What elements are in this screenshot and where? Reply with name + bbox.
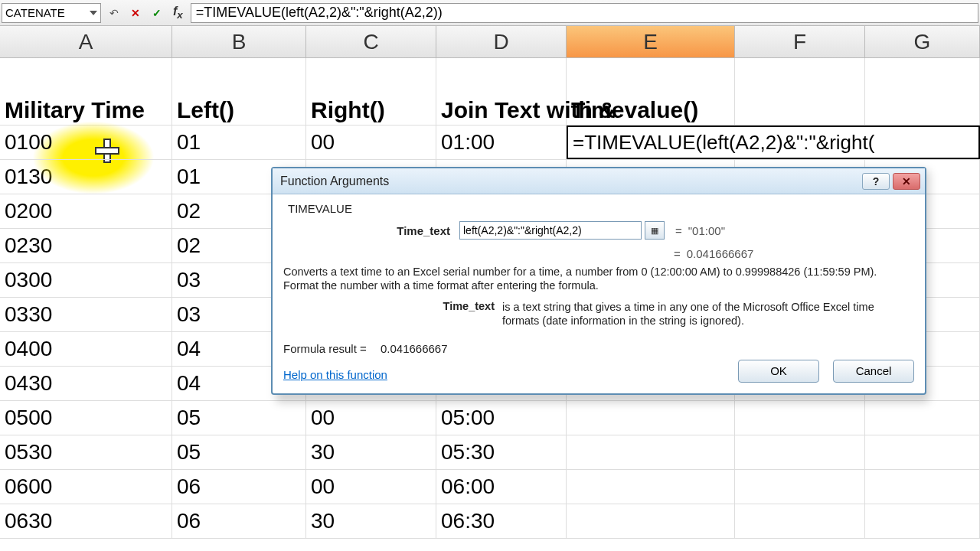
formula-bar-buttons: ↶ ✕ ✓ fx [101, 5, 191, 21]
cell[interactable]: 05 [172, 401, 306, 435]
cell[interactable] [735, 470, 865, 504]
dialog-body: TIMEVALUE Time_text ▦ = "01:00" = 0.0416… [273, 194, 925, 393]
col-header-G[interactable]: G [865, 26, 980, 57]
formula-result-value: 0.041666667 [381, 342, 448, 355]
cell[interactable] [865, 470, 980, 504]
cell[interactable]: 05 [172, 435, 306, 469]
col-header-B[interactable]: B [172, 26, 306, 57]
cell[interactable]: 0300 [0, 263, 172, 297]
col-header-C[interactable]: C [306, 26, 436, 57]
cell[interactable] [735, 435, 865, 469]
argument-row: Time_text ▦ = "01:00" [283, 221, 914, 240]
cell[interactable]: 06 [172, 470, 306, 504]
formula-input[interactable]: =TIMEVALUE(left(A2,2)&":"&right(A2,2)) [191, 3, 978, 23]
cell[interactable]: 0330 [0, 298, 172, 331]
dialog-help-button[interactable]: ? [862, 173, 890, 190]
header-D: Join Text with & [436, 58, 567, 125]
result-eval-row: = 0.041666667 [674, 247, 914, 260]
header-row: Military Time Left() Right() Join Text w… [0, 58, 980, 126]
cell[interactable] [865, 401, 980, 435]
table-row: 0100 01 00 01:00 =TIMEVALUE(left(A2,2)&"… [0, 126, 980, 160]
header-F [735, 58, 865, 125]
parameter-text: is a text string that gives a time in an… [502, 300, 914, 328]
col-header-E[interactable]: E [567, 26, 735, 57]
cell[interactable] [735, 504, 865, 538]
help-link[interactable]: Help on this function [283, 368, 387, 381]
equals-sign: = [675, 224, 682, 237]
cell[interactable] [567, 470, 735, 504]
table-row: 0600 06 00 06:00 [0, 470, 980, 504]
cell[interactable]: 06:30 [436, 504, 567, 538]
cell[interactable]: 0130 [0, 160, 172, 194]
cell[interactable] [735, 401, 865, 435]
cell[interactable] [567, 435, 735, 469]
argument-label: Time_text [283, 224, 459, 237]
cell[interactable]: 0230 [0, 229, 172, 262]
equals-sign: = [674, 247, 681, 260]
cell[interactable]: 00 [306, 470, 436, 504]
function-arguments-dialog: Function Arguments ? ✕ TIMEVALUE Time_te… [271, 167, 926, 395]
table-row: 0530 05 30 05:30 [0, 435, 980, 470]
formula-result-row: Formula result = 0.041666667 [283, 342, 914, 355]
cell[interactable]: 0600 [0, 470, 172, 504]
formula-input-text: =TIMEVALUE(left(A2,2)&":"&right(A2,2)) [196, 5, 443, 21]
col-header-A[interactable]: A [0, 26, 172, 57]
col-header-F[interactable]: F [735, 26, 865, 57]
argument-eval-value: "01:00" [688, 224, 725, 237]
cell[interactable]: 05:30 [436, 435, 567, 469]
cell[interactable]: 0200 [0, 194, 172, 228]
header-B: Left() [172, 58, 306, 125]
formula-result-label: Formula result = [283, 342, 367, 355]
cell[interactable]: 0430 [0, 367, 172, 400]
dialog-close-button[interactable]: ✕ [893, 173, 920, 190]
cell[interactable]: 0500 [0, 401, 172, 435]
header-C: Right() [306, 58, 436, 125]
cell-A2[interactable]: 0100 [0, 126, 172, 159]
cell[interactable]: 0400 [0, 332, 172, 366]
header-A: Military Time [0, 58, 172, 125]
header-G [865, 58, 980, 125]
result-eval-value: 0.041666667 [687, 247, 754, 260]
cell-D2[interactable]: 01:00 [436, 126, 567, 159]
cell[interactable]: 06 [172, 504, 306, 538]
ok-button[interactable]: OK [738, 360, 819, 383]
formula-bar: CATENATE ↶ ✕ ✓ fx =TIMEVALUE(left(A2,2)&… [0, 0, 980, 26]
fx-icon[interactable]: fx [170, 5, 186, 21]
table-row: 0630 06 30 06:30 [0, 504, 980, 539]
cell[interactable]: 00 [306, 401, 436, 435]
cancel-button[interactable]: Cancel [833, 360, 914, 383]
cell-B2[interactable]: 01 [172, 126, 306, 159]
name-box[interactable]: CATENATE [2, 3, 101, 23]
cell[interactable]: 30 [306, 435, 436, 469]
name-box-text: CATENATE [5, 6, 65, 19]
function-description: Converts a text time to an Excel serial … [283, 265, 914, 292]
range-selector-icon[interactable]: ▦ [645, 221, 665, 240]
col-header-D[interactable]: D [436, 26, 567, 57]
dialog-footer: Help on this function OK Cancel [283, 360, 914, 383]
column-headers: A B C D E F G [0, 26, 980, 58]
cell[interactable] [865, 435, 980, 469]
name-box-dropdown-icon[interactable] [90, 11, 97, 15]
cell[interactable] [567, 401, 735, 435]
cell-E2-editing[interactable]: =TIMEVALUE(left(A2,2)&":"&right( [567, 126, 980, 159]
dialog-title-text: Function Arguments [280, 174, 389, 188]
header-E: Timevalue() [567, 58, 735, 125]
table-row: 0500 05 00 05:00 [0, 401, 980, 435]
cancel-formula-icon[interactable]: ✕ [127, 5, 144, 21]
cell[interactable]: 06:00 [436, 470, 567, 504]
undo-icon[interactable]: ↶ [106, 5, 122, 21]
cell[interactable]: 0530 [0, 435, 172, 469]
parameter-description: Time_text is a text string that gives a … [283, 300, 914, 328]
cell[interactable] [567, 504, 735, 538]
enter-formula-icon[interactable]: ✓ [149, 5, 165, 21]
cell[interactable]: 05:00 [436, 401, 567, 435]
cell[interactable]: 30 [306, 504, 436, 538]
cell[interactable] [865, 504, 980, 538]
cell-C2[interactable]: 00 [306, 126, 436, 159]
function-name-label: TIMEVALUE [288, 202, 914, 215]
argument-input[interactable] [459, 221, 642, 240]
parameter-label: Time_text [283, 300, 502, 328]
dialog-title-bar[interactable]: Function Arguments ? ✕ [273, 168, 925, 194]
cell[interactable]: 0630 [0, 504, 172, 538]
